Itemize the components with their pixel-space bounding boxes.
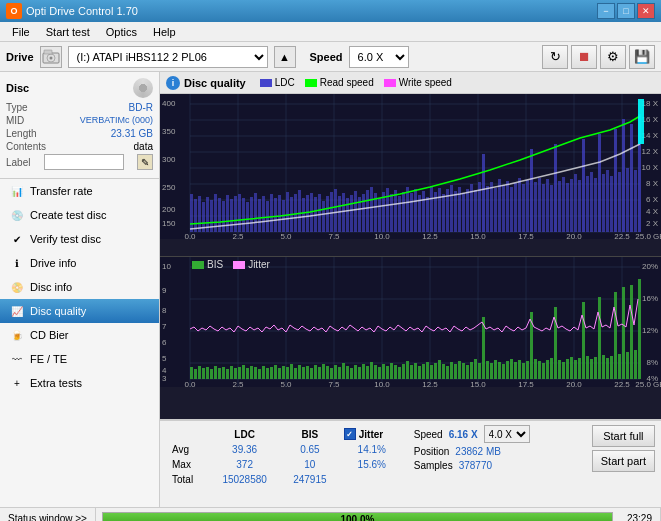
svg-rect-81 <box>318 194 321 232</box>
svg-rect-235 <box>322 364 325 379</box>
sidebar-item-fe-te[interactable]: 〰 FE / TE <box>0 347 159 371</box>
sidebar-item-drive-info[interactable]: ℹ Drive info <box>0 251 159 275</box>
svg-rect-101 <box>398 196 401 232</box>
samples-row: Samples 378770 <box>414 460 584 471</box>
svg-rect-204 <box>198 366 201 379</box>
svg-rect-214 <box>238 367 241 379</box>
stop-button[interactable]: ⏹ <box>571 45 597 69</box>
sidebar-item-disc-info[interactable]: 📀 Disc info <box>0 275 159 299</box>
svg-rect-127 <box>502 185 505 232</box>
svg-rect-254 <box>398 367 401 379</box>
svg-text:18 X: 18 X <box>642 99 659 108</box>
avg-jitter: 14.1% <box>340 443 404 456</box>
sidebar-item-verify-test[interactable]: ✔ Verify test disc <box>0 227 159 251</box>
menu-optics[interactable]: Optics <box>98 24 145 40</box>
svg-text:8 X: 8 X <box>646 179 659 188</box>
svg-rect-301 <box>586 356 589 379</box>
menu-start-test[interactable]: Start test <box>38 24 98 40</box>
speed-dropdown[interactable]: 4.0 X <box>484 425 530 443</box>
svg-rect-50 <box>194 199 197 232</box>
chart-title: Disc quality <box>184 77 246 89</box>
svg-rect-153 <box>606 170 609 232</box>
svg-rect-70 <box>274 198 277 232</box>
svg-rect-88 <box>346 198 349 232</box>
svg-rect-237 <box>330 368 333 379</box>
svg-rect-61 <box>238 194 241 232</box>
content-area: i Disc quality LDC Read speed Write spee… <box>160 72 661 507</box>
svg-rect-239 <box>338 367 341 379</box>
menu-file[interactable]: File <box>4 24 38 40</box>
avg-label: Avg <box>168 443 207 456</box>
svg-rect-290 <box>542 363 545 379</box>
save-button[interactable]: 💾 <box>629 45 655 69</box>
svg-rect-279 <box>498 362 501 379</box>
svg-text:17.5: 17.5 <box>518 380 534 387</box>
disc-label-input[interactable] <box>44 154 124 170</box>
svg-rect-202 <box>190 367 193 379</box>
disc-length-label: Length <box>6 128 37 139</box>
stats-table: LDC BIS ✓ Jitter <box>166 425 406 488</box>
svg-text:0.0: 0.0 <box>184 232 196 239</box>
sidebar-item-cd-bier[interactable]: 🍺 CD Bier <box>0 323 159 347</box>
status-window-segment[interactable]: Status window >> <box>0 508 96 521</box>
disc-panel-title: Disc <box>6 82 29 94</box>
drive-select[interactable]: (I:) ATAPI iHBS112 2 PL06 <box>68 46 268 68</box>
speed-position-container: Speed 6.16 X 4.0 X Position 23862 MB Sam… <box>414 425 584 471</box>
app-icon: O <box>6 3 22 19</box>
verify-test-icon: ✔ <box>10 232 24 246</box>
sidebar-item-extra-tests[interactable]: + Extra tests <box>0 371 159 395</box>
svg-text:14 X: 14 X <box>642 131 659 140</box>
speed-select[interactable]: 6.0 X <box>349 46 409 68</box>
svg-rect-217 <box>250 366 253 379</box>
stats-full: LDC BIS ✓ Jitter <box>160 420 661 507</box>
total-ldc: 15028580 <box>209 473 280 486</box>
svg-rect-238 <box>334 365 337 379</box>
svg-rect-203 <box>194 369 197 379</box>
svg-rect-269 <box>458 361 461 379</box>
svg-text:300: 300 <box>162 155 176 164</box>
sidebar-item-transfer-rate[interactable]: 📊 Transfer rate <box>0 179 159 203</box>
refresh-button[interactable]: ↻ <box>542 45 568 69</box>
svg-text:6: 6 <box>162 338 167 347</box>
svg-rect-294 <box>558 360 561 379</box>
svg-rect-76 <box>298 190 301 232</box>
maximize-button[interactable]: □ <box>617 3 635 19</box>
svg-rect-270 <box>462 363 465 379</box>
svg-rect-247 <box>370 362 373 379</box>
svg-rect-157 <box>622 119 625 232</box>
svg-rect-122 <box>482 154 485 232</box>
start-full-button[interactable]: Start full <box>592 425 655 447</box>
svg-rect-206 <box>206 367 209 379</box>
svg-rect-225 <box>282 366 285 379</box>
svg-rect-150 <box>594 178 597 232</box>
svg-text:3: 3 <box>162 374 167 383</box>
eject-icon[interactable]: ▲ <box>274 46 296 68</box>
svg-rect-246 <box>366 366 369 379</box>
menu-help[interactable]: Help <box>145 24 184 40</box>
svg-rect-84 <box>330 192 333 232</box>
svg-text:12%: 12% <box>642 326 658 335</box>
svg-rect-229 <box>298 365 301 379</box>
legend-bottom: BIS Jitter <box>192 259 270 270</box>
jitter-checkbox[interactable]: ✓ <box>344 428 356 440</box>
close-button[interactable]: ✕ <box>637 3 655 19</box>
sidebar-item-disc-quality[interactable]: 📈 Disc quality <box>0 299 159 323</box>
svg-rect-149 <box>590 172 593 232</box>
legend-read-color <box>305 79 317 87</box>
svg-rect-109 <box>430 186 433 232</box>
time-segment: 23:29 <box>619 508 661 521</box>
svg-text:22.5: 22.5 <box>614 232 630 239</box>
minimize-button[interactable]: − <box>597 3 615 19</box>
settings-button[interactable]: ⚙ <box>600 45 626 69</box>
svg-rect-131 <box>518 178 521 232</box>
svg-text:20.0: 20.0 <box>566 380 582 387</box>
svg-rect-236 <box>326 366 329 379</box>
svg-rect-277 <box>490 363 493 379</box>
svg-rect-49 <box>190 194 193 232</box>
window-controls: − □ ✕ <box>597 3 655 19</box>
svg-text:25.0 GB: 25.0 GB <box>635 232 661 239</box>
svg-rect-64 <box>250 197 253 232</box>
sidebar-item-create-test[interactable]: 💿 Create test disc <box>0 203 159 227</box>
start-part-button[interactable]: Start part <box>592 450 655 472</box>
label-icon[interactable]: ✎ <box>137 154 153 170</box>
